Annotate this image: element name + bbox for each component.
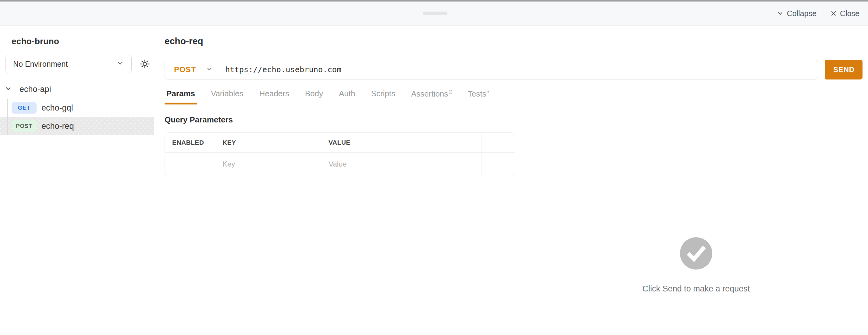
request-title: echo-req [164, 37, 868, 46]
checkmark-icon [680, 237, 712, 270]
send-button[interactable]: SEND [825, 60, 863, 79]
close-label: Close [840, 9, 860, 18]
tab-headers[interactable]: Headers [257, 89, 291, 104]
environment-select-value: No Environment [13, 60, 68, 69]
tree-folder-echo-api[interactable]: echo-api [0, 80, 154, 99]
close-button[interactable]: Close [831, 9, 860, 18]
method-label: POST [174, 65, 196, 74]
query-parameters-table: ENABLED KEY VALUE [164, 132, 515, 176]
collapse-button[interactable]: Collapse [777, 9, 816, 18]
sun-icon[interactable] [138, 57, 152, 71]
drag-handle[interactable] [423, 11, 447, 15]
tab-assertions[interactable]: Assertions2 [409, 89, 454, 105]
param-value-cell [321, 153, 482, 176]
tree-item-echo-gql[interactable]: GET echo-gql [0, 99, 154, 117]
tree-item-label: echo-gql [41, 103, 73, 113]
url-bar: POST https://echo.usebruno.com [164, 60, 818, 79]
column-header-actions [482, 133, 515, 153]
checkmark-circle [680, 237, 712, 270]
collection-tree: echo-api GET echo-gql POST echo-req [0, 80, 154, 135]
topbar: Collapse Close [0, 2, 868, 26]
method-badge-get: GET [11, 102, 37, 113]
param-actions-cell [482, 153, 515, 176]
close-icon [831, 10, 837, 16]
request-pane: Params Variables Headers Body Auth Scrip… [154, 86, 524, 335]
tree-item-label: echo-req [41, 122, 74, 131]
tree-item-echo-req[interactable]: POST echo-req [0, 117, 154, 135]
method-select[interactable]: POST [174, 65, 212, 74]
response-placeholder-text: Click Send to make a request [524, 284, 868, 294]
main-panel: echo-req POST https://echo.usebruno.com … [154, 26, 868, 335]
url-input[interactable]: https://echo.usebruno.com [225, 65, 341, 74]
collapse-label: Collapse [787, 9, 816, 18]
column-header-value: VALUE [321, 133, 482, 153]
column-header-key: KEY [215, 133, 321, 153]
param-enabled-cell [165, 153, 215, 176]
chevron-down-icon [5, 85, 11, 94]
collection-name: echo-bruno [11, 37, 154, 46]
sidebar: echo-bruno No Environment [0, 26, 154, 335]
method-badge-post: POST [11, 120, 37, 132]
chevron-down-icon [206, 66, 212, 73]
tab-variables[interactable]: Variables [209, 89, 245, 104]
tab-tests[interactable]: Tests• [466, 89, 491, 105]
column-header-enabled: ENABLED [165, 133, 215, 153]
param-key-cell [215, 153, 321, 176]
tab-assertions-count: 2 [449, 89, 452, 95]
chevron-down-icon [777, 10, 783, 17]
tab-body[interactable]: Body [303, 89, 325, 104]
query-parameters-title: Query Parameters [164, 115, 524, 125]
param-key-input[interactable] [222, 160, 311, 168]
tab-tests-indicator: • [487, 89, 489, 95]
tab-auth[interactable]: Auth [337, 89, 357, 104]
response-pane: Click Send to make a request [524, 86, 868, 335]
param-value-input[interactable] [329, 160, 466, 168]
tab-params[interactable]: Params [164, 89, 197, 104]
request-tabs: Params Variables Headers Body Auth Scrip… [164, 89, 524, 105]
tree-indent-guide [7, 99, 8, 135]
tab-scripts[interactable]: Scripts [369, 89, 397, 104]
environment-select[interactable]: No Environment [5, 55, 132, 73]
chevron-down-icon [116, 59, 124, 69]
tree-folder-label: echo-api [20, 85, 51, 94]
